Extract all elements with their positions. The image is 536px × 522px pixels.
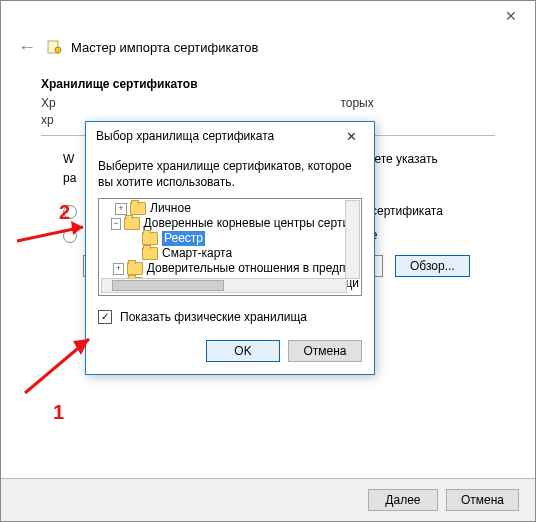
folder-icon [124, 217, 140, 230]
checkbox-icon: ✓ [98, 310, 112, 324]
store-tree[interactable]: + Личное − Доверенные корневые центры се… [98, 198, 362, 296]
annotation-number-2: 2 [59, 201, 70, 224]
tree-item-smartcard[interactable]: Смарт-карта [101, 246, 359, 261]
close-icon[interactable]: ✕ [489, 2, 533, 30]
vertical-scrollbar[interactable] [345, 200, 360, 279]
horizontal-scrollbar[interactable] [101, 278, 347, 293]
dialog-buttons: OK Отмена [86, 340, 374, 374]
dialog-cancel-button[interactable]: Отмена [288, 340, 362, 362]
browse-button[interactable]: Обзор... [395, 255, 470, 277]
tree-item-personal[interactable]: + Личное [101, 201, 359, 216]
show-physical-label: Показать физические хранилища [120, 310, 307, 324]
certificate-wizard-icon [47, 39, 63, 55]
collapse-icon[interactable]: − [111, 218, 120, 230]
ok-button[interactable]: OK [206, 340, 280, 362]
svg-point-1 [55, 47, 61, 53]
show-physical-checkbox[interactable]: ✓ Показать физические хранилища [98, 310, 362, 324]
wizard-footer: Далее Отмена [1, 478, 535, 521]
wizard-titlebar: ✕ [1, 1, 535, 31]
dialog-instruction: Выберите хранилище сертификатов, которое… [98, 158, 362, 190]
tree-item-trusted-root[interactable]: − Доверенные корневые центры сертиф [101, 216, 359, 231]
section-title: Хранилище сертификатов [41, 77, 495, 91]
dialog-titlebar: Выбор хранилища сертификата ✕ [86, 122, 374, 150]
tree-item-registry[interactable]: Реестр [101, 231, 359, 246]
wizard-header: ← Мастер импорта сертификатов [1, 31, 535, 67]
cancel-button[interactable]: Отмена [446, 489, 519, 511]
wizard-title: Мастер импорта сертификатов [71, 40, 258, 55]
next-button[interactable]: Далее [368, 489, 438, 511]
selected-item-label: Реестр [162, 231, 205, 246]
annotation-number-1: 1 [53, 401, 64, 424]
dialog-title: Выбор хранилища сертификата [96, 129, 274, 143]
radio-icon [63, 229, 77, 243]
select-store-dialog: Выбор хранилища сертификата ✕ Выберите х… [85, 121, 375, 375]
expand-icon[interactable]: + [115, 203, 127, 215]
folder-icon [142, 247, 158, 260]
tree-item-enterprise-trust[interactable]: + Доверительные отношения в предпри [101, 261, 359, 276]
folder-icon [142, 232, 158, 245]
folder-icon [130, 202, 146, 215]
folder-icon [127, 262, 143, 275]
expand-icon[interactable]: + [113, 263, 124, 275]
close-icon[interactable]: ✕ [334, 125, 368, 147]
svg-line-4 [25, 339, 89, 393]
back-icon[interactable]: ← [17, 37, 37, 57]
wizard-window: ✕ ← Мастер импорта сертификатов Хранилищ… [0, 0, 536, 522]
